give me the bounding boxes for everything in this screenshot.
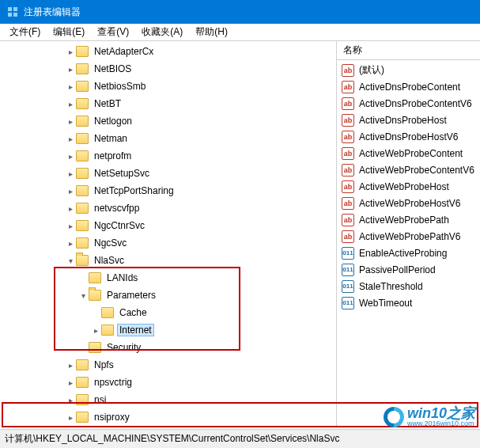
tree-item[interactable]: ▸NgcCtnrSvc bbox=[2, 217, 336, 234]
value-row[interactable]: abActiveDnsProbeContent bbox=[337, 78, 480, 95]
chevron-right-icon[interactable]: ▸ bbox=[65, 65, 76, 74]
string-value-icon: ab bbox=[342, 114, 354, 127]
chevron-down-icon[interactable]: ▾ bbox=[65, 256, 76, 265]
value-row[interactable]: abActiveDnsProbeHostV6 bbox=[337, 128, 480, 145]
tree-item[interactable]: ▸NetBIOS bbox=[2, 60, 336, 78]
menu-file[interactable]: 文件(F) bbox=[3, 24, 47, 40]
tree-item[interactable]: ▾NlaSvc bbox=[2, 252, 336, 269]
tree-item-label: Netman bbox=[92, 132, 130, 145]
value-row[interactable]: abActiveWebProbeContent bbox=[337, 145, 480, 161]
menu-help[interactable]: 帮助(H) bbox=[189, 24, 234, 40]
tree-item-label: nsi bbox=[92, 393, 108, 406]
value-row[interactable]: 011WebTimeout bbox=[337, 294, 480, 311]
value-row[interactable]: abActiveWebProbeHost bbox=[337, 178, 480, 195]
value-name: WebTimeout bbox=[359, 298, 412, 309]
tree-item[interactable]: ▸NgcSvc bbox=[2, 234, 336, 252]
chevron-right-icon[interactable]: ▸ bbox=[65, 47, 76, 56]
tree-item[interactable]: ▸NetSetupSvc bbox=[2, 165, 336, 182]
tree-item[interactable]: ▸Netlogon bbox=[2, 112, 336, 130]
chevron-right-icon[interactable]: ▸ bbox=[65, 378, 76, 387]
chevron-right-icon[interactable]: ▸ bbox=[65, 204, 76, 213]
chevron-right-icon[interactable]: ▸ bbox=[65, 169, 76, 178]
menubar: 文件(F) 编辑(E) 查看(V) 收藏夹(A) 帮助(H) bbox=[0, 24, 480, 41]
value-name: StaleThreshold bbox=[359, 281, 423, 292]
chevron-right-icon[interactable]: ▸ bbox=[65, 117, 76, 126]
tree-item[interactable]: ▸Cache bbox=[2, 304, 336, 321]
chevron-right-icon[interactable]: ▸ bbox=[65, 396, 76, 404]
statusbar: 计算机\HKEY_LOCAL_MACHINE\SYSTEM\CurrentCon… bbox=[0, 429, 480, 448]
tree-item[interactable]: ▸NetTcpPortSharing bbox=[2, 182, 336, 199]
tree-item-label: Npfs bbox=[92, 359, 116, 371]
tree-item[interactable]: ▸nsiproxy bbox=[2, 408, 336, 426]
chevron-right-icon[interactable]: ▸ bbox=[65, 413, 76, 422]
value-name: ActiveWebProbeHost bbox=[359, 181, 449, 192]
tree-item[interactable]: ▸netvscvfpp bbox=[2, 199, 336, 217]
folder-icon bbox=[101, 325, 114, 336]
string-value-icon: ab bbox=[342, 97, 354, 110]
svg-rect-0 bbox=[8, 7, 12, 11]
tree-item[interactable]: ▸NTDS bbox=[2, 426, 336, 427]
tree-item[interactable]: ▾Parameters bbox=[2, 287, 336, 304]
value-row[interactable]: 011EnableActiveProbing bbox=[337, 245, 480, 261]
tree-item-label: nsiproxy bbox=[92, 411, 132, 423]
tree-item[interactable]: ▸NetbiosSmb bbox=[2, 78, 336, 95]
chevron-right-icon[interactable]: ▸ bbox=[65, 187, 76, 196]
tree-item[interactable]: ▸Netman bbox=[2, 130, 336, 147]
value-row[interactable]: abActiveDnsProbeContentV6 bbox=[337, 95, 480, 112]
folder-icon bbox=[76, 46, 89, 57]
value-row[interactable]: abActiveWebProbeHostV6 bbox=[337, 195, 480, 211]
folder-icon bbox=[76, 255, 89, 266]
menu-favorites[interactable]: 收藏夹(A) bbox=[135, 24, 189, 40]
values-pane[interactable]: 名称 ab(默认)abActiveDnsProbeContentabActive… bbox=[337, 41, 480, 427]
folder-icon bbox=[89, 342, 101, 353]
value-name: ActiveWebProbeContent bbox=[359, 148, 463, 159]
chevron-right-icon[interactable]: ▸ bbox=[90, 326, 101, 335]
chevron-right-icon[interactable]: ▸ bbox=[65, 361, 76, 370]
folder-icon bbox=[76, 394, 89, 405]
folder-icon bbox=[76, 98, 89, 109]
menu-edit[interactable]: 编辑(E) bbox=[47, 24, 91, 40]
tree-item[interactable]: ▸NetAdapterCx bbox=[2, 43, 336, 60]
tree-item[interactable]: ▸Internet bbox=[2, 321, 336, 339]
chevron-right-icon[interactable]: ▸ bbox=[65, 100, 76, 108]
string-value-icon: ab bbox=[342, 81, 354, 93]
folder-icon bbox=[76, 185, 89, 196]
folder-icon bbox=[76, 81, 89, 92]
chevron-right-icon[interactable]: ▸ bbox=[65, 222, 76, 230]
chevron-right-icon[interactable]: ▸ bbox=[65, 82, 76, 91]
string-value-icon: ab bbox=[342, 230, 354, 243]
column-header-name[interactable]: 名称 bbox=[337, 41, 480, 60]
value-row[interactable]: abActiveWebProbePathV6 bbox=[337, 228, 480, 245]
chevron-right-icon[interactable]: ▸ bbox=[65, 152, 76, 161]
chevron-right-icon[interactable]: ▸ bbox=[65, 135, 76, 143]
tree-item[interactable]: ▸LANIds bbox=[2, 269, 336, 287]
chevron-down-icon[interactable]: ▾ bbox=[77, 291, 89, 300]
string-value-icon: ab bbox=[342, 64, 354, 77]
tree-item[interactable]: ▸netprofm bbox=[2, 147, 336, 165]
value-row[interactable]: 011StaleThreshold bbox=[337, 278, 480, 294]
tree-item[interactable]: ▸npsvctrig bbox=[2, 374, 336, 391]
chevron-right-icon[interactable]: ▸ bbox=[65, 239, 76, 248]
value-row[interactable]: abActiveWebProbePath bbox=[337, 211, 480, 228]
tree-pane[interactable]: ▸NetAdapterCx▸NetBIOS▸NetbiosSmb▸NetBT▸N… bbox=[0, 41, 337, 427]
svg-rect-2 bbox=[8, 13, 12, 17]
value-row[interactable]: abActiveWebProbeContentV6 bbox=[337, 161, 480, 178]
value-row[interactable]: abActiveDnsProbeHost bbox=[337, 112, 480, 128]
value-row[interactable]: ab(默认) bbox=[337, 62, 480, 78]
folder-icon bbox=[89, 290, 101, 301]
tree-item[interactable]: ▸Npfs bbox=[2, 356, 336, 374]
tree-item[interactable]: ▸NetBT bbox=[2, 95, 336, 112]
folder-icon bbox=[76, 116, 89, 127]
tree-item-label: netvscvfpp bbox=[92, 202, 142, 215]
folder-icon bbox=[76, 168, 89, 179]
tree-item[interactable]: ▸Security bbox=[2, 339, 336, 356]
string-value-icon: ab bbox=[342, 180, 354, 193]
menu-view[interactable]: 查看(V) bbox=[91, 24, 135, 40]
value-row[interactable]: 011PassivePollPeriod bbox=[337, 261, 480, 278]
tree-item[interactable]: ▸nsi bbox=[2, 391, 336, 408]
tree-item-label: NlaSvc bbox=[92, 254, 127, 267]
tree-item-label: NgcCtnrSvc bbox=[92, 219, 147, 232]
tree-item-label: Security bbox=[104, 341, 143, 354]
value-name: ActiveWebProbePath bbox=[359, 215, 449, 226]
tree-item-label: NetSetupSvc bbox=[92, 167, 152, 180]
